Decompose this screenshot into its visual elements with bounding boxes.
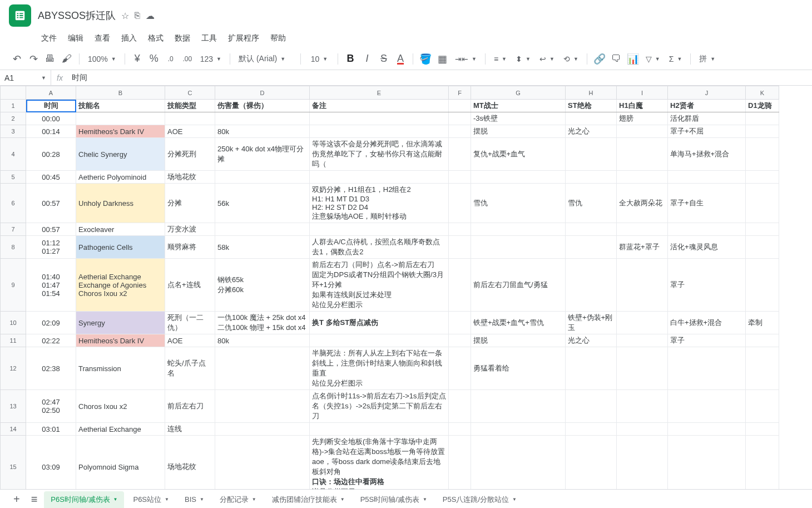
menu-查看[interactable]: 查看 [90,31,115,46]
cell[interactable] [310,125,449,138]
row-header-6[interactable]: 6 [1,184,26,223]
cell[interactable] [566,223,617,236]
cell[interactable] [746,184,779,223]
row-header-8[interactable]: 8 [1,236,26,259]
cell[interactable]: Hemitheos's Dark IV [76,334,165,347]
cell[interactable] [566,436,617,490]
sheet-tab[interactable]: P6S站位▼ [126,491,176,508]
row-header-7[interactable]: 7 [1,223,26,236]
cell[interactable] [449,334,471,347]
cell[interactable]: 前后左右刀留血气/勇猛 [471,259,566,312]
cell[interactable] [566,259,617,312]
cell[interactable]: 场地花纹 [165,436,215,490]
redo-icon[interactable]: ↷ [26,51,41,67]
cell[interactable] [449,347,471,390]
rotate-button[interactable]: ⟲▼ [560,52,582,66]
star-icon[interactable]: ☆ [121,11,129,21]
cell[interactable]: 万变水波 [165,223,215,236]
currency-icon[interactable]: ¥ [130,51,145,67]
cell[interactable] [471,423,566,436]
cell[interactable] [566,171,617,184]
halign-button[interactable]: ≡▼ [490,52,511,66]
header-cell[interactable]: H2贤者 [668,100,746,112]
sheet-tab[interactable]: BIS▼ [178,491,211,508]
cell[interactable] [617,347,668,390]
app-logo[interactable] [9,4,31,27]
cell[interactable]: AOE [165,125,215,138]
cell[interactable] [746,223,779,236]
cell[interactable] [310,171,449,184]
cell[interactable]: 00:45 [26,171,76,184]
cell[interactable] [746,138,779,171]
cell[interactable]: 换T 多给ST掰点减伤 [310,312,449,334]
cell[interactable]: 02:47 02:50 [26,390,76,423]
cell[interactable] [746,171,779,184]
cell[interactable] [449,223,471,236]
cell[interactable] [449,390,471,423]
cell[interactable]: Unholy Darkness [76,184,165,223]
cell[interactable]: 铁壁+战栗+血气+雪仇 [471,312,566,334]
cell[interactable] [746,390,779,423]
cell[interactable]: 复仇+战栗+血气 [471,138,566,171]
cell[interactable]: 02:38 [26,347,76,390]
cell[interactable]: -3s铁壁 [471,112,566,125]
cell[interactable] [471,223,566,236]
cell[interactable]: Aetherial Exchange Exchange of Agonies C… [76,259,165,312]
menu-工具[interactable]: 工具 [197,31,221,46]
row-header-9[interactable]: 9 [1,259,26,312]
header-cell[interactable]: 技能名 [76,100,165,112]
cell[interactable] [746,334,779,347]
cell[interactable] [668,436,746,490]
col-header-F[interactable]: F [449,86,471,100]
cell[interactable]: 80k [215,334,310,347]
cell[interactable] [746,259,779,312]
text-color-button[interactable]: A [393,51,408,67]
header-cell[interactable] [449,100,471,112]
cell[interactable] [617,390,668,423]
cell[interactable] [746,236,779,259]
cell[interactable] [668,347,746,390]
cell[interactable]: 03:01 [26,423,76,436]
cell[interactable]: 人群去A/C点待机，按照点名顺序奇数点去1，偶数点去2 [310,236,449,259]
font-select[interactable]: 默认 (Arial)▼ [235,52,296,66]
cell[interactable] [449,138,471,171]
col-header-D[interactable]: D [215,86,310,100]
wrap-button[interactable]: ↩▼ [536,52,558,66]
cell[interactable]: 前后左右刀（同时）点名->前后左右刀 固定为DPS或者TN分组四个钢铁大圈/3月… [310,259,449,312]
cell[interactable]: 光之心 [566,334,617,347]
cell[interactable]: Exocleaver [76,223,165,236]
cell[interactable]: Hemitheos's Dark IV [76,125,165,138]
cell[interactable] [746,423,779,436]
row-header-13[interactable]: 13 [1,390,26,423]
cell[interactable]: 单海马+拯救+混合 [668,138,746,171]
cell[interactable]: 罩子 [668,259,746,312]
cell[interactable] [617,436,668,490]
row-header-11[interactable]: 11 [1,334,26,347]
cell[interactable]: 00:57 [26,223,76,236]
cell[interactable]: 钢铁65k 分摊60k [215,259,310,312]
cloud-icon[interactable]: ☁ [146,11,155,21]
fill-color-icon[interactable]: 🪣 [418,51,433,67]
cell[interactable] [746,125,779,138]
cell[interactable] [449,312,471,334]
cell[interactable]: Aetheric Polyominoid [76,171,165,184]
cell[interactable]: 场地花纹 [165,171,215,184]
cell[interactable]: 分摊 [165,184,215,223]
header-cell[interactable]: ST绝枪 [566,100,617,112]
cell[interactable]: 00:00 [26,112,76,125]
italic-button[interactable]: I [359,51,375,67]
header-cell[interactable]: 时间 [26,100,76,112]
cell[interactable] [668,223,746,236]
col-header-B[interactable]: B [76,86,165,100]
menu-帮助[interactable]: 帮助 [266,31,290,46]
sheet-tab[interactable]: P5S八连跳/分散站位▼ [436,491,523,508]
cell[interactable] [617,259,668,312]
cell[interactable]: 56k [215,184,310,223]
cell[interactable]: 双奶分摊，H1组在1，H2组在2 H1: H1 MT D1 D3 H2: H2 … [310,184,449,223]
bold-button[interactable]: B [343,51,358,67]
col-header-I[interactable]: I [617,86,668,100]
cell[interactable]: 点名倒计时11s->前后左右刀->1s后判定点名（失控1s）->2s后判定第二下… [310,390,449,423]
cell[interactable]: Pathogenic Cells [76,236,165,259]
comment-icon[interactable]: 🗨 [608,51,624,67]
cell[interactable] [566,236,617,259]
